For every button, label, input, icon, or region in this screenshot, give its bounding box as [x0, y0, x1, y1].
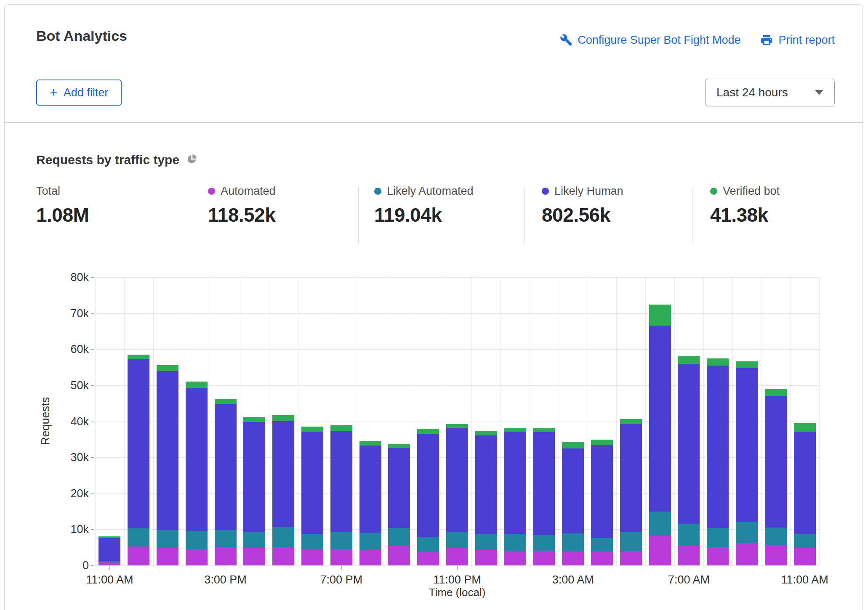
- bar-segment-likely-human[interactable]: [243, 422, 265, 532]
- bar-segment-verified-bot[interactable]: [186, 382, 208, 388]
- bar-segment-likely-automated[interactable]: [243, 532, 265, 548]
- bar-segment-likely-human[interactable]: [272, 421, 294, 527]
- bar-segment-automated[interactable]: [359, 550, 381, 565]
- bar-segment-verified-bot[interactable]: [504, 428, 526, 432]
- bar-segment-verified-bot[interactable]: [243, 417, 265, 422]
- bar-segment-automated[interactable]: [794, 548, 816, 565]
- bar-segment-automated[interactable]: [243, 548, 265, 565]
- configure-super-bot-fight-mode-link[interactable]: Configure Super Bot Fight Mode: [560, 34, 740, 47]
- bar-segment-likely-human[interactable]: [620, 424, 642, 532]
- bar-segment-likely-automated[interactable]: [186, 531, 208, 549]
- bar-segment-automated[interactable]: [128, 546, 149, 565]
- bar-segment-verified-bot[interactable]: [272, 415, 294, 421]
- add-filter-button[interactable]: + Add filter: [36, 80, 122, 106]
- bar-segment-likely-human[interactable]: [359, 446, 381, 533]
- bar-segment-automated[interactable]: [707, 547, 729, 565]
- bar-segment-likely-automated[interactable]: [736, 522, 758, 543]
- bar-segment-likely-human[interactable]: [475, 435, 497, 534]
- bar-segment-verified-bot[interactable]: [446, 424, 468, 428]
- time-range-select[interactable]: Last 24 hours: [705, 79, 835, 106]
- bar-segment-likely-human[interactable]: [215, 404, 237, 530]
- bar-segment-verified-bot[interactable]: [649, 305, 671, 326]
- bar-segment-verified-bot[interactable]: [591, 440, 613, 445]
- bar-segment-likely-automated[interactable]: [591, 538, 613, 552]
- bar-segment-verified-bot[interactable]: [157, 365, 178, 371]
- bar-segment-verified-bot[interactable]: [620, 419, 642, 424]
- bar-segment-likely-automated[interactable]: [562, 533, 584, 552]
- bar-segment-automated[interactable]: [157, 548, 178, 565]
- bar-segment-likely-automated[interactable]: [794, 534, 816, 548]
- bar-segment-likely-automated[interactable]: [417, 537, 439, 552]
- bar-segment-verified-bot[interactable]: [562, 442, 584, 448]
- bar-segment-verified-bot[interactable]: [678, 356, 700, 364]
- bar-segment-likely-automated[interactable]: [765, 528, 787, 545]
- bar-segment-likely-human[interactable]: [765, 396, 787, 528]
- bar-segment-likely-automated[interactable]: [533, 535, 555, 551]
- bar-segment-likely-human[interactable]: [649, 326, 671, 512]
- bar-segment-automated[interactable]: [446, 548, 468, 565]
- bar-segment-likely-human[interactable]: [446, 428, 468, 532]
- bar-segment-automated[interactable]: [765, 545, 787, 565]
- bar-segment-likely-human[interactable]: [591, 445, 613, 538]
- bar-segment-likely-automated[interactable]: [504, 534, 526, 552]
- bar-segment-likely-human[interactable]: [330, 431, 352, 532]
- bar-segment-automated[interactable]: [620, 551, 642, 565]
- bar-segment-likely-automated[interactable]: [620, 532, 642, 551]
- bar-segment-likely-human[interactable]: [707, 366, 729, 528]
- bar-segment-likely-human[interactable]: [562, 448, 584, 533]
- bar-segment-likely-human[interactable]: [301, 432, 323, 533]
- bar-segment-verified-bot[interactable]: [475, 431, 497, 435]
- bar-segment-verified-bot[interactable]: [215, 399, 237, 404]
- bar-segment-likely-human[interactable]: [417, 434, 439, 537]
- bar-segment-verified-bot[interactable]: [794, 423, 816, 432]
- bar-segment-likely-automated[interactable]: [475, 534, 497, 550]
- bar-segment-verified-bot[interactable]: [736, 361, 758, 368]
- bar-segment-likely-human[interactable]: [157, 371, 178, 530]
- bar-segment-automated[interactable]: [649, 536, 671, 565]
- bar-segment-likely-human[interactable]: [533, 432, 555, 535]
- bar-segment-automated[interactable]: [215, 547, 237, 565]
- bar-segment-likely-automated[interactable]: [649, 512, 671, 536]
- bar-segment-verified-bot[interactable]: [388, 444, 410, 448]
- bar-segment-automated[interactable]: [475, 550, 497, 565]
- bar-segment-automated[interactable]: [678, 546, 700, 565]
- bar-segment-likely-human[interactable]: [186, 388, 208, 531]
- bar-segment-likely-automated[interactable]: [272, 527, 294, 547]
- bar-segment-automated[interactable]: [533, 551, 555, 565]
- bar-segment-likely-human[interactable]: [736, 368, 758, 522]
- bar-segment-likely-automated[interactable]: [388, 528, 410, 546]
- bar-segment-likely-automated[interactable]: [446, 532, 468, 548]
- bar-segment-likely-automated[interactable]: [707, 528, 729, 547]
- bar-segment-verified-bot[interactable]: [765, 389, 787, 396]
- bar-segment-likely-human[interactable]: [128, 359, 149, 528]
- bar-segment-likely-automated[interactable]: [215, 530, 237, 547]
- bar-segment-automated[interactable]: [301, 549, 323, 565]
- bar-segment-verified-bot[interactable]: [99, 536, 120, 538]
- bar-segment-automated[interactable]: [504, 552, 526, 565]
- bar-segment-verified-bot[interactable]: [359, 441, 381, 446]
- bar-segment-likely-human[interactable]: [388, 448, 410, 528]
- print-report-link[interactable]: Print report: [760, 33, 835, 47]
- bar-segment-automated[interactable]: [99, 562, 120, 565]
- bar-segment-automated[interactable]: [417, 552, 439, 565]
- bar-segment-verified-bot[interactable]: [707, 358, 729, 366]
- bar-segment-automated[interactable]: [562, 552, 584, 565]
- bar-segment-automated[interactable]: [272, 547, 294, 565]
- bar-segment-automated[interactable]: [736, 543, 758, 565]
- bar-segment-likely-automated[interactable]: [157, 530, 178, 548]
- bar-segment-likely-human[interactable]: [99, 538, 120, 561]
- bar-segment-likely-human[interactable]: [504, 432, 526, 533]
- bar-segment-automated[interactable]: [388, 546, 410, 565]
- bar-segment-verified-bot[interactable]: [330, 425, 352, 431]
- bar-segment-likely-human[interactable]: [678, 364, 700, 525]
- bar-segment-verified-bot[interactable]: [417, 429, 439, 434]
- bar-segment-verified-bot[interactable]: [533, 428, 555, 432]
- bar-segment-likely-automated[interactable]: [359, 533, 381, 550]
- bar-segment-automated[interactable]: [330, 549, 352, 565]
- bar-segment-likely-automated[interactable]: [128, 528, 149, 547]
- bar-segment-verified-bot[interactable]: [301, 427, 323, 432]
- bar-segment-likely-automated[interactable]: [330, 532, 352, 549]
- bar-segment-verified-bot[interactable]: [128, 355, 149, 359]
- bar-segment-likely-automated[interactable]: [99, 561, 120, 562]
- bar-segment-automated[interactable]: [591, 552, 613, 565]
